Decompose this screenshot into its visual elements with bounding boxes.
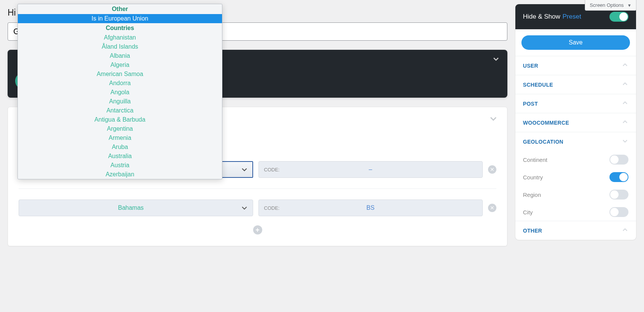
geo-toggle-label: Region bbox=[523, 192, 541, 198]
chevron-down-icon[interactable] bbox=[492, 55, 500, 63]
sidebar-title: Hide & Show bbox=[523, 13, 560, 21]
sidebar-section-geolocation[interactable]: GEOLOCATION bbox=[515, 132, 636, 151]
save-button[interactable]: Save bbox=[521, 35, 630, 50]
dropdown-item[interactable]: Is in European Union bbox=[18, 14, 222, 23]
geo-toggle-continent: Continent bbox=[515, 151, 636, 168]
chevron-down-icon: ▼ bbox=[627, 3, 631, 8]
dropdown-item[interactable]: Antarctica bbox=[18, 106, 222, 115]
code-value: – bbox=[369, 166, 372, 173]
rule-row: BahamasCODE:BS✕ bbox=[19, 200, 496, 216]
geo-toggle-switch[interactable] bbox=[609, 190, 628, 200]
chevron-down-icon bbox=[622, 138, 628, 146]
geo-toggle-country: Country bbox=[515, 168, 636, 186]
geo-toggle-label: Country bbox=[523, 174, 543, 181]
sidebar-section-user[interactable]: USER bbox=[515, 56, 636, 75]
dropdown-item[interactable]: Andorra bbox=[18, 79, 222, 88]
geo-toggle-label: City bbox=[523, 209, 533, 215]
section-label: WOOCOMMERCE bbox=[523, 120, 569, 126]
dropdown-item[interactable]: Anguilla bbox=[18, 97, 222, 106]
dropdown-item[interactable]: Algeria bbox=[18, 60, 222, 70]
dropdown-item[interactable]: Azerbaijan bbox=[18, 170, 222, 179]
dropdown-group-header: Other bbox=[18, 4, 222, 14]
remove-row-button[interactable]: ✕ bbox=[488, 204, 496, 212]
dropdown-group-header: Countries bbox=[18, 23, 222, 33]
chevron-up-icon bbox=[622, 119, 628, 127]
geo-toggle-region: Region bbox=[515, 186, 636, 203]
chevron-down-icon[interactable] bbox=[489, 114, 498, 124]
sidebar-card: Hide & Show Preset Save USERSCHEDULEPOST… bbox=[515, 4, 636, 240]
chevron-up-icon bbox=[622, 81, 628, 89]
code-value: BS bbox=[367, 204, 375, 211]
sidebar-section-other[interactable]: OTHER bbox=[515, 221, 636, 240]
dropdown-item[interactable]: Aruba bbox=[18, 143, 222, 152]
geo-toggle-label: Continent bbox=[523, 157, 547, 163]
chevron-down-icon bbox=[241, 166, 248, 173]
remove-row-button[interactable]: ✕ bbox=[488, 165, 496, 174]
sidebar-section-schedule[interactable]: SCHEDULE bbox=[515, 75, 636, 94]
dropdown-item[interactable]: Åland Islands bbox=[18, 42, 222, 51]
section-label: POST bbox=[523, 101, 538, 107]
chevron-up-icon bbox=[622, 62, 628, 70]
code-label: CODE: bbox=[264, 205, 280, 211]
geo-toggle-switch[interactable] bbox=[609, 155, 628, 165]
dropdown-item[interactable]: Argentina bbox=[18, 124, 222, 133]
dropdown-item[interactable]: Australia bbox=[18, 152, 222, 161]
section-label: GEOLOCATION bbox=[523, 139, 563, 145]
country-select[interactable]: Bahamas bbox=[19, 200, 253, 216]
dropdown-item[interactable]: American Samoa bbox=[18, 70, 222, 79]
code-display: CODE:BS bbox=[258, 200, 483, 216]
dropdown-item[interactable]: Austria bbox=[18, 161, 222, 170]
geo-toggle-switch[interactable] bbox=[609, 172, 628, 182]
screen-options-toggle[interactable]: Screen Options ▼ bbox=[585, 0, 636, 11]
preset-master-toggle[interactable] bbox=[609, 12, 628, 22]
section-label: USER bbox=[523, 63, 538, 69]
dropdown-item[interactable]: Antigua & Barbuda bbox=[18, 115, 222, 124]
dropdown-item[interactable]: Angola bbox=[18, 88, 222, 97]
close-icon: ✕ bbox=[490, 166, 494, 173]
country-dropdown[interactable]: OtherIs in European UnionCountriesAfghan… bbox=[17, 4, 222, 179]
sidebar-preset: Preset bbox=[562, 13, 581, 21]
chevron-up-icon bbox=[622, 100, 628, 108]
country-select-value: Bahamas bbox=[118, 204, 144, 211]
dropdown-item[interactable]: Afghanistan bbox=[18, 33, 222, 42]
screen-options-label: Screen Options bbox=[590, 2, 624, 8]
sidebar-section-woocommerce[interactable]: WOOCOMMERCE bbox=[515, 113, 636, 132]
code-display: CODE:– bbox=[258, 161, 483, 178]
section-label: OTHER bbox=[523, 228, 542, 234]
sidebar-section-post[interactable]: POST bbox=[515, 94, 636, 113]
geo-toggle-city: City bbox=[515, 203, 636, 221]
section-label: SCHEDULE bbox=[523, 82, 553, 88]
chevron-down-icon bbox=[241, 204, 248, 212]
chevron-up-icon bbox=[622, 226, 628, 234]
dropdown-item[interactable]: Armenia bbox=[18, 133, 222, 143]
plus-icon: + bbox=[255, 226, 260, 234]
geo-toggle-switch[interactable] bbox=[609, 207, 628, 217]
dropdown-item[interactable]: Albania bbox=[18, 51, 222, 60]
code-label: CODE: bbox=[264, 167, 280, 173]
close-icon: ✕ bbox=[490, 205, 494, 211]
add-row-button[interactable]: + bbox=[253, 225, 262, 234]
